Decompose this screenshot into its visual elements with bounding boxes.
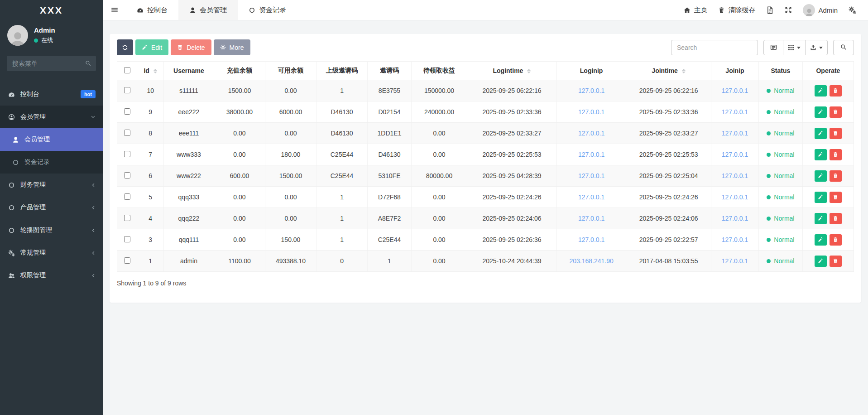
sort-icon[interactable] — [153, 69, 157, 73]
row-checkbox[interactable] — [124, 87, 130, 93]
app-logo: XXX — [0, 0, 103, 21]
navbar-user[interactable]: Admin — [797, 0, 843, 20]
hamburger-icon[interactable] — [110, 6, 119, 14]
row-edit-button[interactable] — [815, 234, 827, 246]
join-ip-link[interactable]: 127.0.0.1 — [722, 87, 748, 94]
row-delete-button[interactable] — [830, 149, 842, 160]
sidebar-item-label: 轮播图管理 — [20, 226, 86, 234]
row-delete-button[interactable] — [830, 170, 842, 182]
search-button[interactable] — [833, 40, 854, 55]
home-link[interactable]: 主页 — [678, 0, 713, 20]
login-ip-link[interactable]: 127.0.0.1 — [578, 193, 604, 201]
paging-toggle-button[interactable] — [763, 40, 783, 55]
tab-members[interactable]: 会员管理 — [178, 0, 238, 20]
sidebar-item-permissions[interactable]: 权限管理 — [0, 264, 103, 287]
more-button[interactable]: More — [214, 39, 250, 55]
status-label: Normal — [774, 87, 794, 94]
join-ip-link[interactable]: 127.0.0.1 — [722, 193, 748, 201]
join-ip-link[interactable]: 127.0.0.1 — [722, 257, 748, 265]
row-checkbox[interactable] — [124, 236, 130, 242]
row-delete-button[interactable] — [830, 256, 842, 267]
users-icon — [7, 272, 15, 279]
join-ip-link[interactable]: 127.0.0.1 — [722, 236, 748, 243]
join-ip-link[interactable]: 127.0.0.1 — [722, 172, 748, 179]
sidebar-item-dashboard[interactable]: 控制台hot — [0, 83, 103, 106]
fullscreen-button[interactable] — [779, 0, 797, 20]
row-edit-button[interactable] — [815, 149, 827, 160]
cell-id: 4 — [137, 208, 164, 229]
row-edit-button[interactable] — [815, 85, 827, 97]
table-row: 8eee1110.000.00D461301DD1E10.002025-09-2… — [117, 123, 854, 144]
navbar-username: Admin — [818, 6, 838, 14]
row-edit-button[interactable] — [815, 170, 827, 182]
row-checkbox[interactable] — [124, 151, 130, 157]
refresh-button[interactable] — [117, 39, 133, 55]
row-delete-button[interactable] — [830, 106, 842, 118]
join-ip-link[interactable]: 127.0.0.1 — [722, 130, 748, 137]
row-delete-button[interactable] — [830, 234, 842, 246]
sidebar-item-members[interactable]: 会员管理 — [0, 106, 103, 128]
cell-checkbox — [117, 80, 137, 101]
login-ip-link[interactable]: 127.0.0.1 — [578, 215, 604, 222]
cell-invite-code: D02154 — [368, 101, 412, 123]
login-ip-link[interactable]: 127.0.0.1 — [578, 172, 604, 179]
settings-button[interactable] — [843, 0, 862, 20]
row-checkbox[interactable] — [124, 215, 130, 221]
row-edit-button[interactable] — [815, 256, 827, 267]
row-delete-button[interactable] — [830, 213, 842, 224]
login-ip-link[interactable]: 203.168.241.90 — [569, 257, 613, 265]
login-ip-link[interactable]: 127.0.0.1 — [578, 236, 604, 243]
login-ip-link[interactable]: 127.0.0.1 — [578, 130, 604, 137]
sidebar-item-products[interactable]: 产品管理 — [0, 196, 103, 219]
status-badge: Normal — [767, 151, 794, 158]
row-checkbox[interactable] — [124, 172, 130, 179]
cell-invite-code: 1DD1E1 — [368, 123, 412, 144]
status-label: Normal — [774, 130, 794, 137]
row-checkbox[interactable] — [124, 130, 130, 136]
sidebar-item-general[interactable]: 常规管理 — [0, 241, 103, 264]
sidebar-item-fund-records[interactable]: 资金记录 — [0, 151, 103, 174]
docs-button[interactable] — [761, 0, 779, 20]
row-delete-button[interactable] — [830, 192, 842, 203]
login-ip-link[interactable]: 127.0.0.1 — [578, 151, 604, 158]
edit-button[interactable]: Edit — [135, 39, 168, 55]
delete-button[interactable]: Delete — [171, 39, 211, 55]
table-search-input[interactable] — [671, 40, 758, 55]
row-checkbox[interactable] — [124, 257, 130, 264]
join-ip-link[interactable]: 127.0.0.1 — [722, 151, 748, 158]
row-edit-button[interactable] — [815, 192, 827, 203]
row-delete-button[interactable] — [830, 128, 842, 139]
login-ip-link[interactable]: 127.0.0.1 — [578, 87, 604, 94]
sort-icon[interactable] — [682, 69, 686, 73]
sidebar-item-carousel[interactable]: 轮播图管理 — [0, 219, 103, 241]
row-checkbox[interactable] — [124, 108, 130, 115]
row-edit-button[interactable] — [815, 213, 827, 224]
sidebar-item-member-list[interactable]: 会员管理 — [0, 128, 103, 151]
tab-dashboard[interactable]: 控制台 — [126, 0, 178, 20]
row-edit-button[interactable] — [815, 106, 827, 118]
toolbar-actions: Edit Delete More — [117, 39, 250, 55]
row-checkbox[interactable] — [124, 193, 130, 200]
row-delete-button[interactable] — [830, 85, 842, 97]
export-button[interactable] — [805, 40, 828, 55]
clear-cache-link[interactable]: 清除缓存 — [713, 0, 761, 20]
join-ip-link[interactable]: 127.0.0.1 — [722, 215, 748, 222]
select-all-checkbox[interactable] — [124, 67, 130, 73]
columns-button[interactable] — [783, 40, 806, 55]
sort-icon[interactable] — [527, 69, 531, 73]
row-edit-button[interactable] — [815, 128, 827, 139]
chevron-left-icon — [91, 273, 96, 278]
tab-fund-records[interactable]: 资金记录 — [238, 0, 297, 20]
tab-label: 会员管理 — [200, 6, 227, 14]
column-header-join-time[interactable]: Jointime — [626, 62, 711, 80]
login-ip-link[interactable]: 127.0.0.1 — [578, 108, 604, 116]
clear-cache-label: 清除缓存 — [728, 6, 755, 14]
sidebar-search-input[interactable] — [7, 56, 96, 71]
search-icon[interactable] — [85, 60, 91, 67]
column-header-login-time[interactable]: Logintime — [467, 62, 557, 80]
cell-status: Normal — [758, 123, 802, 144]
join-ip-link[interactable]: 127.0.0.1 — [722, 108, 748, 116]
column-header-id[interactable]: Id — [137, 62, 164, 80]
sidebar-item-finance[interactable]: 财务管理 — [0, 174, 103, 196]
cogs-icon — [849, 6, 856, 14]
